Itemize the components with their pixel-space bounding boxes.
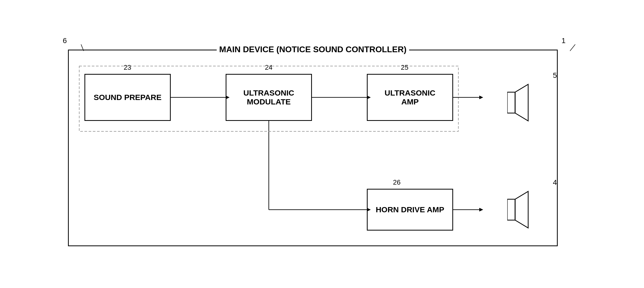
label-1: 1 xyxy=(561,37,566,45)
label-23: 23 xyxy=(124,63,131,72)
svg-marker-11 xyxy=(479,208,483,211)
label-26: 26 xyxy=(393,178,401,186)
svg-marker-9 xyxy=(479,96,483,99)
horn-drive-amp-label: HORN DRIVE AMP xyxy=(376,205,444,214)
label-5: 5 xyxy=(553,71,557,80)
sound-prepare-label: SOUND PREPARE xyxy=(94,93,161,102)
ultrasonic-modulate-block: ULTRASONICMODULATE xyxy=(226,74,312,121)
speaker-5 xyxy=(507,77,549,129)
main-device-title: MAIN DEVICE (NOTICE SOUND CONTROLLER) xyxy=(216,45,409,54)
horn-drive-amp-block: HORN DRIVE AMP xyxy=(367,189,453,231)
label-6: 6 xyxy=(63,37,67,45)
svg-rect-15 xyxy=(507,199,515,220)
svg-rect-13 xyxy=(507,92,515,113)
ultrasonic-amp-label: ULTRASONICAMP xyxy=(385,89,435,106)
label-4: 4 xyxy=(553,178,557,187)
ultrasonic-amp-block: ULTRASONICAMP xyxy=(367,74,453,121)
label-24: 24 xyxy=(265,63,272,72)
svg-marker-14 xyxy=(515,191,528,228)
sound-prepare-block: SOUND PREPARE xyxy=(84,74,171,121)
label-25: 25 xyxy=(401,63,408,72)
speaker-4 xyxy=(507,184,549,236)
main-device-box: MAIN DEVICE (NOTICE SOUND CONTROLLER) 23… xyxy=(68,50,558,246)
svg-line-17 xyxy=(570,44,575,51)
ultrasonic-modulate-label: ULTRASONICMODULATE xyxy=(243,89,294,106)
svg-marker-12 xyxy=(515,84,528,121)
